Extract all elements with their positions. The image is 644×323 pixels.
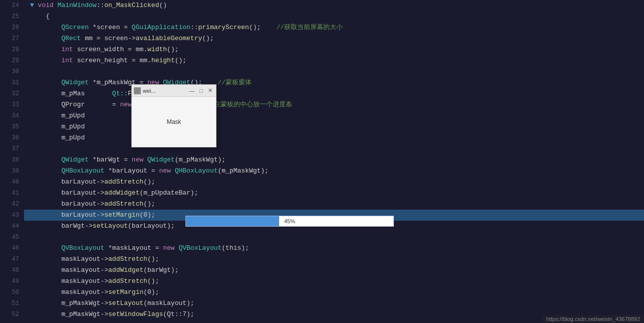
- line-row: 37: [0, 143, 644, 154]
- line-row: 47 maskLayout->addStretch();: [0, 254, 644, 265]
- line-content: barLayout->addStretch();: [24, 199, 155, 210]
- minimize-button[interactable]: —: [187, 88, 196, 94]
- code-token: m_pMaskWgt->: [30, 310, 108, 318]
- line-row: 34 m_pUpd h(400);: [0, 110, 644, 121]
- line-number: 37: [0, 143, 24, 154]
- code-token: QVBoxLayout: [30, 244, 108, 252]
- code-token: m_pMas: [30, 90, 85, 97]
- line-row: 24▼ void MainWindow::on_MaskClicked(): [0, 0, 644, 11]
- code-token: availableGeometry: [136, 35, 202, 42]
- floating-titlebar: □ wei... — □ ✕: [132, 85, 216, 97]
- line-content: m_pMaskWgt->setLayout(maskLayout);: [24, 298, 194, 309]
- line-number: 26: [0, 22, 24, 33]
- line-number: 42: [0, 199, 24, 210]
- line-number: 24: [0, 0, 24, 11]
- code-token: QWidget: [30, 79, 93, 86]
- code-token: int: [61, 57, 77, 64]
- code-token: (barWgt);: [143, 266, 178, 274]
- line-number: 34: [0, 110, 24, 121]
- line-row: 42 barLayout->addStretch();: [0, 199, 644, 210]
- line-content: maskLayout->setMargin(0);: [24, 287, 159, 298]
- code-token: mm = screen->: [85, 35, 135, 42]
- line-row: 28 int screen_width = mm.width();: [0, 44, 644, 55]
- close-button[interactable]: ✕: [206, 87, 214, 94]
- code-token: (0);: [139, 211, 155, 219]
- code-token: maskLayout->: [30, 277, 108, 285]
- line-content: QScreen *screen = QGuiApplication::prima…: [24, 22, 343, 33]
- code-token: maskLayout->: [30, 255, 108, 263]
- line-content: QWidget *barWgt = new QWidget(m_pMaskWgt…: [24, 154, 226, 166]
- line-row: 31 QWidget *m_pMaskWgt = new QWidget(); …: [0, 77, 644, 88]
- code-token: [30, 57, 61, 64]
- line-content: [24, 232, 30, 243]
- code-token: ();: [147, 255, 159, 263]
- line-number: 44: [0, 221, 24, 232]
- line-row: 36 m_pUpd ;: [0, 132, 644, 143]
- code-token: ();: [202, 35, 213, 42]
- code-token: (Qt::7);: [163, 310, 194, 318]
- lines-container: 24▼ void MainWindow::on_MaskClicked()25 …: [0, 0, 644, 320]
- code-token: m_pUpd: [30, 112, 85, 119]
- line-content: ▼ void MainWindow::on_MaskClicked(): [24, 0, 167, 11]
- code-token: barLayout->: [30, 200, 104, 208]
- line-number: 30: [0, 66, 24, 77]
- line-row: 35 m_pUpd 110);: [0, 121, 644, 132]
- line-number: 39: [0, 166, 24, 177]
- code-token: setLayout: [93, 222, 128, 230]
- line-content: barLayout->addWidget(m_pUpdateBar);: [24, 188, 198, 199]
- code-token: QHBoxLayout: [175, 167, 218, 175]
- line-content: int screen_height = mm.height();: [24, 55, 186, 66]
- code-token: *maskLayout =: [108, 244, 163, 252]
- code-token: setWindowFlags: [108, 310, 163, 318]
- code-token: MainWindow: [58, 2, 97, 9]
- code-token: //获取当前屏幕的大小: [277, 24, 343, 31]
- code-token: setMargin: [104, 211, 139, 219]
- code-token: primaryScreen: [198, 24, 249, 31]
- line-number: 52: [0, 309, 24, 320]
- code-token: barLayout->: [30, 178, 104, 186]
- floating-body: Mask: [132, 97, 216, 147]
- code-token: m_pUpd: [30, 134, 85, 141]
- code-token: setMargin: [108, 288, 143, 296]
- line-row: 27 QRect mm = screen->availableGeometry(…: [0, 33, 644, 44]
- line-number: 32: [0, 88, 24, 99]
- line-number: 35: [0, 121, 24, 132]
- line-row: 50 maskLayout->setMargin(0);: [0, 287, 644, 298]
- line-content: barLayout->setMargin(0);: [24, 210, 155, 221]
- line-number: 45: [0, 232, 24, 243]
- code-token: *screen =: [93, 24, 132, 31]
- code-token: *barWgt =: [93, 156, 132, 164]
- line-number: 31: [0, 77, 24, 88]
- code-token: //蒙板窗体: [218, 79, 252, 86]
- line-content: [24, 66, 30, 77]
- window-icon: □: [134, 87, 141, 94]
- floating-window: □ wei... — □ ✕ Mask: [131, 84, 217, 147]
- code-token: barLayout->: [30, 189, 104, 197]
- line-number: 47: [0, 254, 24, 265]
- code-token: screen_height = mm.: [77, 57, 151, 64]
- line-content: maskLayout->addStretch();: [24, 254, 159, 265]
- line-number: 40: [0, 177, 24, 188]
- line-row: 48 maskLayout->addWidget(barWgt);: [0, 265, 644, 276]
- line-row: 29 int screen_height = mm.height();: [0, 55, 644, 66]
- progress-bar-container: 45%: [185, 216, 394, 227]
- code-token: (0);: [143, 288, 159, 296]
- line-number: 48: [0, 265, 24, 276]
- code-token: QVBoxLayout: [178, 244, 222, 252]
- code-token: QWidget: [30, 156, 93, 164]
- line-number: 49: [0, 276, 24, 287]
- code-token: [30, 46, 61, 53]
- mask-label: Mask: [167, 118, 181, 125]
- line-content: QRect mm = screen->availableGeometry();: [24, 33, 214, 44]
- code-token: ();: [143, 200, 155, 208]
- line-row: 49 maskLayout->addStretch();: [0, 276, 644, 287]
- line-number: 28: [0, 44, 24, 55]
- line-content: m_pMaskWgt->setWindowFlags(Qt::7);: [24, 309, 194, 320]
- code-token: height: [151, 57, 175, 64]
- code-token: addStretch: [108, 255, 147, 263]
- code-token: {: [30, 13, 50, 20]
- line-content: int screen_width = mm.width();: [24, 44, 179, 55]
- line-number: 43: [0, 210, 24, 221]
- maximize-button[interactable]: □: [198, 88, 204, 94]
- bottom-bar: https://blog.csdn.net/weixin_43678892: [542, 315, 644, 323]
